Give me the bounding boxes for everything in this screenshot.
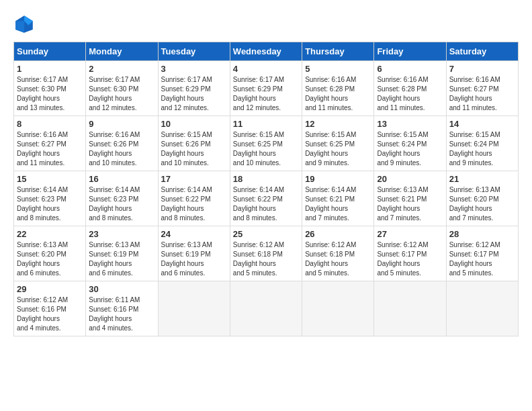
logo: [13, 13, 38, 35]
day-number: 6: [377, 64, 443, 74]
day-number: 28: [449, 229, 515, 239]
calendar-week-row: 1 Sunrise: 6:17 AM Sunset: 6:30 PM Dayli…: [14, 61, 519, 116]
day-number: 5: [305, 64, 371, 74]
calendar-header-saturday: Saturday: [446, 42, 518, 61]
calendar-day-cell: 14 Sunrise: 6:15 AM Sunset: 6:24 PM Dayl…: [446, 116, 518, 171]
calendar-day-cell: 12 Sunrise: 6:15 AM Sunset: 6:25 PM Dayl…: [302, 116, 374, 171]
logo-icon: [13, 13, 35, 35]
day-info: Sunrise: 6:15 AM Sunset: 6:25 PM Dayligh…: [305, 130, 371, 168]
day-number: 26: [305, 229, 371, 239]
calendar-header-friday: Friday: [374, 42, 446, 61]
day-info: Sunrise: 6:11 AM Sunset: 6:16 PM Dayligh…: [89, 295, 154, 333]
day-info: Sunrise: 6:12 AM Sunset: 6:16 PM Dayligh…: [17, 295, 83, 333]
day-info: Sunrise: 6:14 AM Sunset: 6:23 PM Dayligh…: [17, 185, 83, 223]
calendar-day-cell: 30 Sunrise: 6:11 AM Sunset: 6:16 PM Dayl…: [86, 281, 158, 336]
calendar-header-sunday: Sunday: [14, 42, 86, 61]
calendar-day-cell: 8 Sunrise: 6:16 AM Sunset: 6:27 PM Dayli…: [14, 116, 86, 171]
calendar-day-cell: 21 Sunrise: 6:13 AM Sunset: 6:20 PM Dayl…: [446, 171, 518, 226]
day-number: 30: [89, 284, 154, 294]
calendar-day-cell: 16 Sunrise: 6:14 AM Sunset: 6:23 PM Dayl…: [86, 171, 158, 226]
calendar-day-cell: 28 Sunrise: 6:12 AM Sunset: 6:17 PM Dayl…: [446, 226, 518, 281]
day-number: 10: [161, 119, 227, 129]
day-number: 7: [449, 64, 515, 74]
calendar-day-cell: 15 Sunrise: 6:14 AM Sunset: 6:23 PM Dayl…: [14, 171, 86, 226]
day-number: 23: [89, 229, 154, 239]
day-info: Sunrise: 6:16 AM Sunset: 6:27 PM Dayligh…: [449, 75, 515, 113]
day-info: Sunrise: 6:15 AM Sunset: 6:24 PM Dayligh…: [377, 130, 443, 168]
calendar-day-cell: 26 Sunrise: 6:12 AM Sunset: 6:18 PM Dayl…: [302, 226, 374, 281]
calendar-day-cell: 7 Sunrise: 6:16 AM Sunset: 6:27 PM Dayli…: [446, 61, 518, 116]
day-info: Sunrise: 6:15 AM Sunset: 6:26 PM Dayligh…: [161, 130, 227, 168]
day-number: 8: [17, 119, 83, 129]
calendar-day-cell: 2 Sunrise: 6:17 AM Sunset: 6:30 PM Dayli…: [86, 61, 158, 116]
calendar-header-row: SundayMondayTuesdayWednesdayThursdayFrid…: [14, 42, 519, 61]
calendar-day-cell: 9 Sunrise: 6:16 AM Sunset: 6:26 PM Dayli…: [86, 116, 158, 171]
calendar-day-cell: [374, 281, 446, 336]
day-info: Sunrise: 6:14 AM Sunset: 6:21 PM Dayligh…: [305, 185, 371, 223]
day-info: Sunrise: 6:16 AM Sunset: 6:28 PM Dayligh…: [305, 75, 371, 113]
calendar-day-cell: 19 Sunrise: 6:14 AM Sunset: 6:21 PM Dayl…: [302, 171, 374, 226]
day-info: Sunrise: 6:17 AM Sunset: 6:30 PM Dayligh…: [17, 75, 83, 113]
day-info: Sunrise: 6:12 AM Sunset: 6:17 PM Dayligh…: [449, 240, 515, 278]
calendar-day-cell: 5 Sunrise: 6:16 AM Sunset: 6:28 PM Dayli…: [302, 61, 374, 116]
calendar-week-row: 8 Sunrise: 6:16 AM Sunset: 6:27 PM Dayli…: [14, 116, 519, 171]
day-info: Sunrise: 6:14 AM Sunset: 6:22 PM Dayligh…: [233, 185, 299, 223]
day-info: Sunrise: 6:13 AM Sunset: 6:20 PM Dayligh…: [17, 240, 83, 278]
day-number: 25: [233, 229, 299, 239]
calendar-day-cell: 23 Sunrise: 6:13 AM Sunset: 6:19 PM Dayl…: [86, 226, 158, 281]
day-info: Sunrise: 6:13 AM Sunset: 6:19 PM Dayligh…: [89, 240, 154, 278]
calendar-day-cell: 29 Sunrise: 6:12 AM Sunset: 6:16 PM Dayl…: [14, 281, 86, 336]
day-info: Sunrise: 6:16 AM Sunset: 6:27 PM Dayligh…: [17, 130, 83, 168]
day-info: Sunrise: 6:17 AM Sunset: 6:29 PM Dayligh…: [233, 75, 299, 113]
day-number: 2: [89, 64, 154, 74]
header: [13, 13, 519, 35]
day-number: 18: [233, 174, 299, 184]
calendar-day-cell: [158, 281, 230, 336]
day-number: 14: [449, 119, 515, 129]
day-info: Sunrise: 6:12 AM Sunset: 6:17 PM Dayligh…: [377, 240, 443, 278]
calendar-week-row: 29 Sunrise: 6:12 AM Sunset: 6:16 PM Dayl…: [14, 281, 519, 336]
day-number: 16: [89, 174, 154, 184]
day-number: 11: [233, 119, 299, 129]
calendar-day-cell: 13 Sunrise: 6:15 AM Sunset: 6:24 PM Dayl…: [374, 116, 446, 171]
day-number: 19: [305, 174, 371, 184]
calendar-week-row: 15 Sunrise: 6:14 AM Sunset: 6:23 PM Dayl…: [14, 171, 519, 226]
calendar-day-cell: [446, 281, 518, 336]
day-info: Sunrise: 6:15 AM Sunset: 6:24 PM Dayligh…: [449, 130, 515, 168]
day-number: 24: [161, 229, 227, 239]
calendar-day-cell: 22 Sunrise: 6:13 AM Sunset: 6:20 PM Dayl…: [14, 226, 86, 281]
day-number: 21: [449, 174, 515, 184]
calendar-body: 1 Sunrise: 6:17 AM Sunset: 6:30 PM Dayli…: [14, 61, 519, 336]
day-info: Sunrise: 6:17 AM Sunset: 6:29 PM Dayligh…: [161, 75, 227, 113]
calendar-day-cell: 25 Sunrise: 6:12 AM Sunset: 6:18 PM Dayl…: [230, 226, 302, 281]
calendar-day-cell: 6 Sunrise: 6:16 AM Sunset: 6:28 PM Dayli…: [374, 61, 446, 116]
day-number: 22: [17, 229, 83, 239]
day-info: Sunrise: 6:12 AM Sunset: 6:18 PM Dayligh…: [233, 240, 299, 278]
calendar-header-tuesday: Tuesday: [158, 42, 230, 61]
calendar-day-cell: [302, 281, 374, 336]
day-info: Sunrise: 6:17 AM Sunset: 6:30 PM Dayligh…: [89, 75, 154, 113]
calendar-day-cell: 24 Sunrise: 6:13 AM Sunset: 6:19 PM Dayl…: [158, 226, 230, 281]
day-info: Sunrise: 6:15 AM Sunset: 6:25 PM Dayligh…: [233, 130, 299, 168]
svg-marker-2: [15, 21, 24, 33]
calendar-day-cell: 10 Sunrise: 6:15 AM Sunset: 6:26 PM Dayl…: [158, 116, 230, 171]
calendar-day-cell: 3 Sunrise: 6:17 AM Sunset: 6:29 PM Dayli…: [158, 61, 230, 116]
calendar-day-cell: 1 Sunrise: 6:17 AM Sunset: 6:30 PM Dayli…: [14, 61, 86, 116]
calendar-day-cell: [230, 281, 302, 336]
calendar: SundayMondayTuesdayWednesdayThursdayFrid…: [13, 42, 519, 336]
calendar-day-cell: 4 Sunrise: 6:17 AM Sunset: 6:29 PM Dayli…: [230, 61, 302, 116]
calendar-day-cell: 20 Sunrise: 6:13 AM Sunset: 6:21 PM Dayl…: [374, 171, 446, 226]
day-info: Sunrise: 6:14 AM Sunset: 6:22 PM Dayligh…: [161, 185, 227, 223]
day-info: Sunrise: 6:14 AM Sunset: 6:23 PM Dayligh…: [89, 185, 154, 223]
day-number: 1: [17, 64, 83, 74]
day-number: 27: [377, 229, 443, 239]
calendar-day-cell: 18 Sunrise: 6:14 AM Sunset: 6:22 PM Dayl…: [230, 171, 302, 226]
day-number: 17: [161, 174, 227, 184]
calendar-header-wednesday: Wednesday: [230, 42, 302, 61]
day-info: Sunrise: 6:16 AM Sunset: 6:28 PM Dayligh…: [377, 75, 443, 113]
day-number: 29: [17, 284, 83, 294]
calendar-header-monday: Monday: [86, 42, 158, 61]
day-info: Sunrise: 6:13 AM Sunset: 6:19 PM Dayligh…: [161, 240, 227, 278]
day-number: 3: [161, 64, 227, 74]
day-number: 9: [89, 119, 154, 129]
